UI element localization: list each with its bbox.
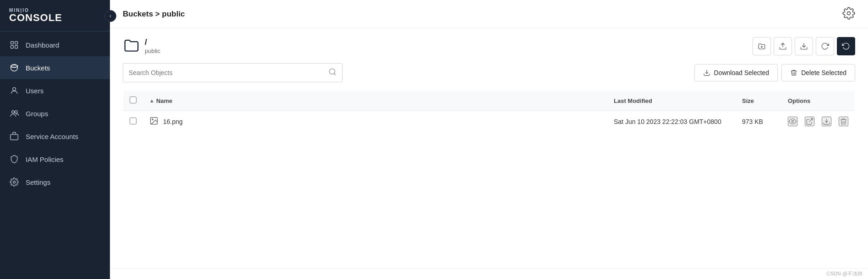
sidebar-collapse-button[interactable]: ‹ [104,10,116,22]
users-icon [9,86,19,96]
sidebar: MIN|IO CONSOLE ‹ Dashboard Buckets Users… [0,0,110,279]
delete-selected-button[interactable]: Delete Selected [781,64,855,81]
create-folder-icon [758,42,766,50]
row-check-cell [123,111,143,133]
th-options: Options [781,91,855,111]
header: Buckets > public [110,0,868,28]
th-name-label: Name [156,97,172,104]
row-size: 973 KB [742,118,763,125]
logo-console-text: CONSOLE [9,13,62,23]
svg-point-8 [15,111,17,113]
action-buttons: Download Selected Delete Selected [694,64,855,81]
svg-rect-0 [11,42,14,44]
breadcrumb: Buckets > public [123,10,185,19]
sidebar-item-iam-policies[interactable]: IAM Policies [0,148,110,171]
share-icon [806,118,813,125]
download-selected-icon [703,69,710,76]
table-row: 16.png Sat Jun 10 2023 22:22:03 GMT+0800… [123,111,855,133]
upload-button[interactable] [774,37,792,55]
row-preview-button[interactable] [788,117,797,126]
path-text: / public [145,37,160,55]
table-header: ▲ Name Last Modified Size Options [123,91,855,111]
svg-rect-2 [11,46,14,48]
iam-icon [9,154,19,164]
row-delete-icon [840,118,847,125]
sort-arrow-icon: ▲ [149,98,154,103]
reload-button[interactable] [837,37,855,55]
svg-line-17 [334,73,335,75]
service-accounts-icon [9,131,19,141]
row-download-icon [823,118,830,125]
row-modified-cell: Sat Jun 10 2023 22:22:03 GMT+0800 [607,111,736,133]
reload-icon [842,42,850,50]
sidebar-item-groups[interactable]: Groups [0,102,110,125]
footer: CSDN @不淡帅 [110,268,868,279]
sidebar-logo: MIN|IO CONSOLE [0,0,110,29]
row-delete-button[interactable] [839,117,848,126]
path-left: / public [123,37,160,56]
action-row: Download Selected Delete Selected [123,63,855,82]
download-selected-button[interactable]: Download Selected [694,64,778,81]
th-last-modified: Last Modified [607,91,736,111]
sidebar-divider [0,31,110,32]
search-icon [328,68,337,78]
sidebar-item-label-buckets: Buckets [26,64,50,72]
row-download-button[interactable] [822,117,831,126]
svg-rect-1 [15,42,18,44]
sidebar-item-settings[interactable]: Settings [0,171,110,193]
row-file-name: 16.png [163,118,183,125]
refresh-icon [821,42,829,50]
sidebar-item-dashboard[interactable]: Dashboard [0,33,110,56]
select-all-checkbox[interactable] [130,97,136,103]
sidebar-item-label-groups: Groups [26,110,48,118]
sidebar-item-label-iam-policies: IAM Policies [26,156,64,163]
sidebar-item-label-users: Users [26,87,44,95]
upload-icon [779,42,787,50]
download-toolbar-button[interactable] [795,37,813,55]
svg-point-10 [13,181,16,183]
create-folder-button[interactable] [753,37,771,55]
search-box[interactable] [123,63,343,82]
main-content: Buckets > public / public [110,0,868,279]
path-row: / public [123,37,855,56]
sidebar-item-label-dashboard: Dashboard [26,41,59,49]
search-input[interactable] [129,69,328,76]
dashboard-icon [9,40,19,50]
row-name-cell: 16.png [143,111,607,133]
th-size: Size [736,91,781,111]
sidebar-item-label-service-accounts: Service Accounts [26,133,78,140]
sidebar-item-label-settings: Settings [26,178,50,186]
groups-icon [9,108,19,118]
svg-point-20 [152,119,153,120]
svg-point-6 [13,87,16,91]
sidebar-item-users[interactable]: Users [0,79,110,102]
table-body: 16.png Sat Jun 10 2023 22:22:03 GMT+0800… [123,111,855,133]
sidebar-item-service-accounts[interactable]: Service Accounts [0,125,110,148]
toolbar-right [753,37,855,55]
row-last-modified: Sat Jun 10 2023 22:22:03 GMT+0800 [614,118,721,125]
buckets-icon [9,63,19,73]
refresh-button[interactable] [816,37,834,55]
svg-point-7 [12,111,15,113]
settings-sidebar-icon [9,177,19,187]
svg-point-16 [329,69,335,74]
svg-point-21 [792,120,793,122]
gear-icon [842,7,855,20]
sidebar-item-buckets[interactable]: Buckets [0,56,110,79]
svg-point-11 [847,12,851,15]
delete-selected-label: Delete Selected [801,69,846,76]
row-share-button[interactable] [805,117,814,126]
svg-rect-3 [15,46,18,48]
th-check [123,91,143,111]
row-size-cell: 973 KB [736,111,781,133]
footer-watermark: CSDN @不淡帅 [827,271,863,276]
row-checkbox[interactable] [130,118,136,124]
file-image-icon [149,116,158,127]
settings-gear-button[interactable] [842,7,855,21]
content-area: / public [110,28,868,268]
svg-line-22 [809,118,813,122]
th-name[interactable]: ▲ Name [143,91,607,111]
eye-icon [789,118,797,125]
folder-icon [123,37,140,56]
row-options-cell [781,111,855,133]
